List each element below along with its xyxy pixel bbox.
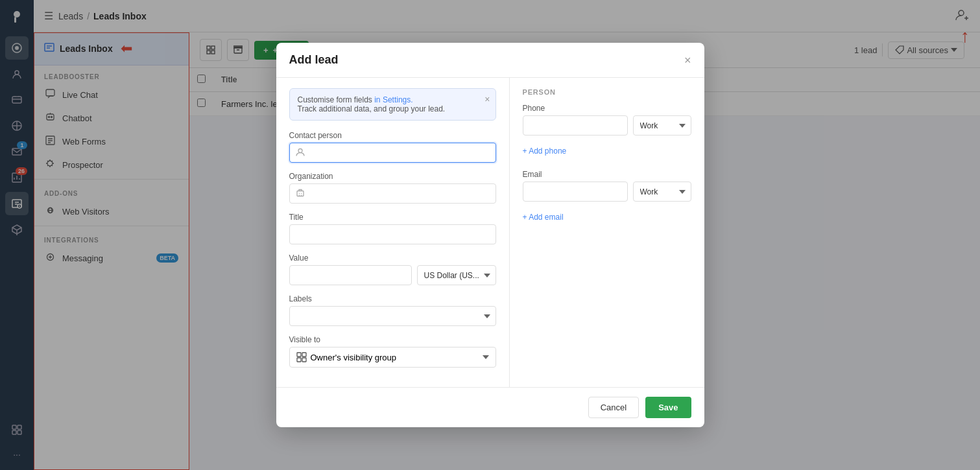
visible-to-label: Visible to: [289, 335, 496, 344]
value-input[interactable]: [289, 265, 412, 285]
phone-input[interactable]: [523, 115, 628, 135]
banner-close-button[interactable]: ×: [484, 94, 490, 104]
contact-person-label: Contact person: [289, 131, 496, 140]
svg-rect-37: [302, 358, 306, 362]
value-row: US Dollar (US...: [289, 265, 496, 285]
banner-text: Customise form fields: [298, 95, 375, 104]
visible-to-chevron: [483, 355, 489, 359]
person-icon: [296, 147, 305, 158]
save-button[interactable]: Save: [645, 397, 691, 418]
value-group: Value US Dollar (US...: [289, 253, 496, 285]
modal-overlay[interactable]: Add lead × Customise form fields in Sett…: [0, 0, 980, 470]
banner-sub-text: Track additional data, and group your le…: [298, 104, 488, 113]
visible-to-value: Owner's visibility group: [311, 353, 397, 362]
modal-footer: Cancel Save: [276, 387, 704, 427]
svg-point-32: [298, 148, 302, 152]
phone-group: Phone Work: [523, 104, 691, 135]
modal-body: Customise form fields in Settings. Track…: [276, 78, 704, 387]
currency-select[interactable]: US Dollar (US...: [417, 265, 496, 285]
title-group: Title: [289, 213, 496, 244]
organization-label: Organization: [289, 172, 496, 181]
svg-rect-33: [297, 191, 304, 196]
email-input[interactable]: [523, 182, 628, 202]
modal-right-panel: PERSON Phone Work + Add phone Email: [510, 78, 704, 387]
modal-title: Add lead: [289, 53, 339, 67]
add-email-link[interactable]: + Add email: [523, 213, 564, 222]
labels-select[interactable]: [289, 306, 496, 326]
title-label: Title: [289, 213, 496, 222]
email-label: Email: [523, 170, 691, 179]
email-group: Email Work: [523, 170, 691, 202]
visible-to-dropdown[interactable]: Owner's visibility group: [289, 347, 496, 368]
contact-person-group: Contact person: [289, 131, 496, 163]
phone-type-select[interactable]: Work: [633, 115, 691, 135]
email-row: Work: [523, 182, 691, 202]
visible-to-group: Visible to Owner's visibility group: [289, 335, 496, 368]
add-lead-modal: Add lead × Customise form fields in Sett…: [276, 43, 704, 427]
banner-link[interactable]: in Settings.: [374, 95, 412, 104]
organization-icon: [296, 188, 305, 199]
add-phone-link[interactable]: + Add phone: [523, 147, 567, 156]
info-banner: Customise form fields in Settings. Track…: [289, 88, 496, 121]
contact-person-input[interactable]: [289, 143, 496, 163]
modal-left-panel: Customise form fields in Settings. Track…: [276, 78, 510, 387]
cancel-button[interactable]: Cancel: [588, 397, 639, 418]
modal-close-button[interactable]: ×: [684, 54, 691, 66]
labels-label: Labels: [289, 294, 496, 303]
svg-rect-34: [297, 353, 301, 357]
value-label: Value: [289, 253, 496, 263]
svg-rect-35: [302, 353, 306, 357]
labels-group: Labels: [289, 294, 496, 326]
title-input[interactable]: [289, 224, 496, 244]
svg-rect-36: [297, 358, 301, 362]
phone-label: Phone: [523, 104, 691, 113]
person-section-title: PERSON: [523, 88, 691, 96]
phone-row: Work: [523, 115, 691, 135]
email-type-select[interactable]: Work: [633, 182, 691, 202]
modal-header: Add lead ×: [276, 43, 704, 78]
organization-input-wrapper: [289, 183, 496, 204]
grid-icon: [296, 352, 307, 362]
organization-input[interactable]: [289, 183, 496, 204]
organization-group: Organization: [289, 172, 496, 204]
contact-person-input-wrapper: [289, 143, 496, 163]
